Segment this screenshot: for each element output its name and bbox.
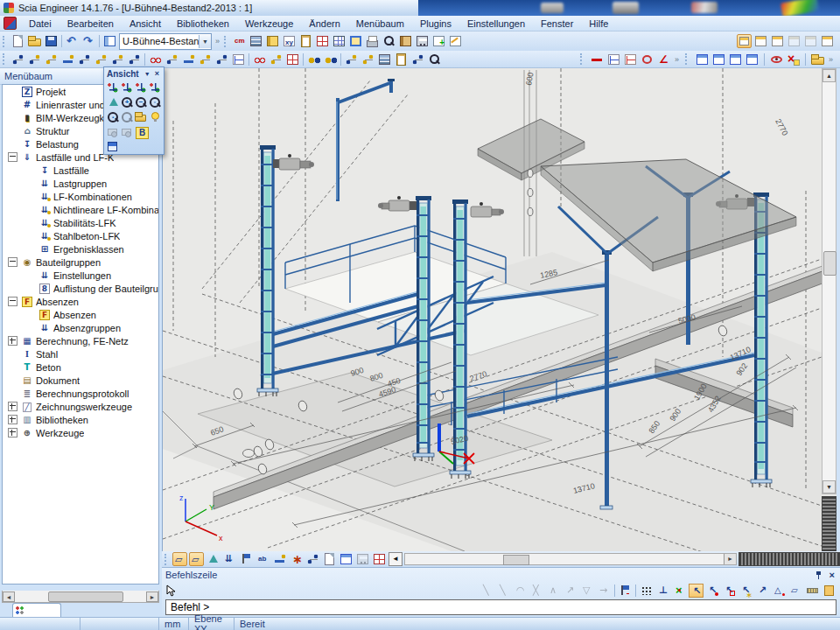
show-loads-icon[interactable] [222, 552, 237, 566]
point-snap-icon[interactable] [738, 584, 753, 598]
copy-icon[interactable] [164, 52, 179, 66]
menu-item[interactable]: Plugins [413, 18, 458, 30]
rotate-icon[interactable] [181, 52, 196, 66]
delete-tool-icon[interactable] [786, 52, 801, 66]
isolate-icon[interactable] [323, 52, 338, 66]
tree-item[interactable]: Absenzen [3, 295, 158, 308]
overflow-chevron-icon[interactable]: » [675, 55, 679, 64]
cursor-snap-icon[interactable] [689, 584, 704, 598]
redo-icon[interactable] [81, 34, 96, 48]
circle-tool-icon[interactable] [640, 52, 654, 66]
snap-intersection-icon[interactable] [530, 584, 545, 598]
break-icon[interactable] [285, 52, 300, 66]
zoom-selection-icon[interactable] [427, 52, 442, 66]
chevron-down-icon[interactable]: ▼ [199, 35, 211, 48]
view-palette[interactable]: Ansicht ▼ × [103, 66, 164, 155]
extend-icon[interactable] [269, 52, 284, 66]
orthogonal-snap-icon[interactable] [755, 584, 770, 598]
tree-item[interactable]: Berechnungsprotokoll [3, 387, 158, 400]
snap-nearest-icon[interactable] [580, 584, 595, 598]
window-layout-2-icon[interactable] [753, 34, 768, 48]
polygon-snap-icon[interactable] [772, 584, 787, 598]
toolbar-grip[interactable] [3, 53, 7, 65]
tracking-icon[interactable] [618, 584, 633, 598]
close-icon[interactable]: × [153, 68, 161, 79]
midpoint-snap-icon[interactable] [672, 584, 687, 598]
trim-icon[interactable] [252, 52, 267, 66]
save-icon[interactable] [44, 34, 59, 48]
scrollbar-thumb[interactable] [823, 251, 836, 276]
move-icon[interactable] [148, 52, 163, 66]
select-nodes-icon[interactable] [10, 52, 25, 66]
dimension-line-icon[interactable] [590, 52, 605, 66]
show-model-data-icon[interactable] [322, 552, 337, 566]
window-layout-3-icon[interactable] [770, 34, 785, 48]
tree-item[interactable]: Lastgruppen [3, 177, 158, 190]
toolbar-grip[interactable] [580, 53, 584, 65]
menu-item[interactable]: Ansicht [122, 18, 168, 30]
scroll-down-icon[interactable]: ▼ [822, 480, 836, 494]
overflow-chevron-icon[interactable]: » [829, 55, 833, 64]
viewport-window-3-icon[interactable] [728, 52, 743, 66]
show-supports-icon[interactable] [239, 552, 254, 566]
zoom-window-icon[interactable] [148, 95, 161, 108]
menu-item[interactable]: Hilfe [582, 18, 615, 30]
docked-panel-grip-vertical[interactable] [822, 496, 836, 551]
overflow-chevron-icon[interactable]: » [215, 37, 220, 46]
command-input[interactable]: Befehl > [165, 599, 836, 615]
menu-item[interactable]: Bibliotheken [170, 18, 236, 30]
layers-icon[interactable] [248, 34, 263, 48]
new-document-icon[interactable] [10, 34, 25, 48]
snap-arc-icon[interactable] [514, 584, 528, 598]
zoom-all-icon[interactable] [106, 110, 119, 123]
undo-icon[interactable] [65, 34, 80, 48]
view-z-icon[interactable] [134, 80, 147, 94]
toolbar-grip[interactable] [164, 554, 169, 565]
select-workplane-icon[interactable] [127, 52, 142, 66]
copy-image-icon[interactable] [120, 125, 133, 138]
snap-perpendicular-icon[interactable] [547, 584, 562, 598]
import-image-icon[interactable] [431, 34, 446, 48]
line-grid-snap-icon[interactable] [655, 584, 670, 598]
coordinates-info-icon[interactable] [282, 34, 297, 48]
tree-item[interactable]: Auflistung der Bauteilgrup [3, 282, 158, 295]
show-labels-icon[interactable] [256, 552, 270, 566]
dimension-vertical-icon[interactable] [623, 52, 638, 66]
tree-item[interactable]: Werkzeuge [3, 426, 158, 439]
window-layout-1-icon[interactable] [737, 34, 752, 48]
tree-item[interactable]: Berechnung, FE-Netz [3, 334, 158, 347]
menu-tree[interactable]: Projekt Linienraster und G BIM-Werkzeugk… [2, 84, 159, 584]
tree-item[interactable]: Ergebnisklassen [3, 242, 158, 256]
tree-item[interactable]: Dokument [3, 374, 158, 387]
scroll-left-icon[interactable]: ◄ [3, 592, 15, 602]
tree-item[interactable]: Lastfälle [3, 164, 158, 177]
clipboard-image-icon[interactable] [134, 125, 147, 138]
scrollbar-thumb[interactable] [503, 555, 529, 565]
invert-selection-icon[interactable] [94, 52, 108, 66]
tree-expander-icon[interactable] [8, 257, 18, 267]
tree-expander-icon[interactable] [8, 152, 18, 162]
tree-item[interactable]: Absenzen [3, 308, 158, 321]
show-dimensions-icon[interactable] [272, 552, 287, 566]
tree-item[interactable]: Stahlbeton-LFK [3, 229, 158, 242]
snap-settings-icon[interactable] [822, 584, 836, 598]
viewport-window-2-icon[interactable] [711, 52, 726, 66]
view-x-icon[interactable] [106, 80, 119, 94]
open-viewpoint-icon[interactable] [134, 110, 147, 123]
scroll-right-icon[interactable]: ► [146, 592, 158, 602]
print-icon[interactable] [365, 34, 380, 48]
tree-expander-icon[interactable] [8, 336, 18, 346]
docked-panel-grip-horizontal[interactable] [738, 552, 840, 566]
stretch-icon[interactable] [214, 52, 229, 66]
fast-drawing-icon[interactable] [305, 552, 320, 566]
tree-item[interactable]: Nichtlineare LF-Kombinatio [3, 203, 158, 216]
close-icon[interactable]: × [828, 570, 836, 580]
calculator-icon[interactable] [415, 34, 430, 48]
model-canvas[interactable]: 600 2770 1285 5000 900 800 450 4590 650 … [163, 68, 822, 551]
member-data-icon[interactable] [377, 52, 392, 66]
project-combobox[interactable]: U-Bühne4-Bestand2 ▼ [119, 33, 212, 50]
cursor-tool-icon[interactable] [165, 584, 176, 597]
mirror-icon[interactable] [198, 52, 213, 66]
menu-item[interactable]: Einstellungen [460, 18, 532, 30]
sidebar-horizontal-scrollbar[interactable]: ◄ ► [2, 591, 159, 603]
